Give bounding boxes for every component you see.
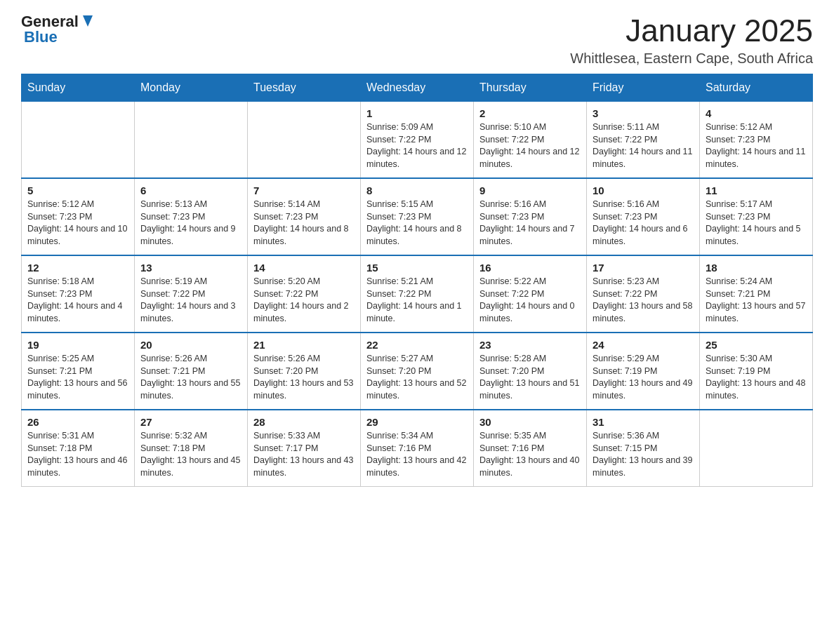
day-info: Sunrise: 5:11 AMSunset: 7:22 PMDaylight:… [593, 121, 694, 170]
day-number: 6 [140, 185, 241, 196]
day-header-row: Sunday Monday Tuesday Wednesday Thursday… [22, 74, 813, 102]
day-number: 10 [593, 185, 694, 196]
logo-general-text: General [21, 14, 79, 29]
table-row: 10Sunrise: 5:16 AMSunset: 7:23 PMDayligh… [587, 178, 700, 255]
table-row: 7Sunrise: 5:14 AMSunset: 7:23 PMDaylight… [248, 178, 361, 255]
day-info: Sunrise: 5:10 AMSunset: 7:22 PMDaylight:… [479, 121, 581, 170]
table-row: 23Sunrise: 5:28 AMSunset: 7:20 PMDayligh… [474, 333, 587, 410]
table-row: 30Sunrise: 5:35 AMSunset: 7:16 PMDayligh… [474, 410, 587, 487]
day-number: 2 [479, 107, 581, 119]
day-info: Sunrise: 5:31 AMSunset: 7:18 PMDaylight:… [27, 430, 128, 479]
day-number: 9 [479, 185, 581, 196]
table-row: 22Sunrise: 5:27 AMSunset: 7:20 PMDayligh… [361, 333, 474, 410]
logo: General Blue [21, 14, 95, 45]
calendar-row-2: 5Sunrise: 5:12 AMSunset: 7:23 PMDaylight… [22, 178, 813, 255]
day-number: 22 [366, 339, 468, 351]
day-number: 3 [593, 107, 694, 119]
calendar-row-4: 19Sunrise: 5:25 AMSunset: 7:21 PMDayligh… [22, 333, 813, 410]
table-row: 24Sunrise: 5:29 AMSunset: 7:19 PMDayligh… [587, 333, 700, 410]
day-number: 25 [706, 339, 807, 351]
day-number: 18 [706, 262, 807, 274]
day-info: Sunrise: 5:24 AMSunset: 7:21 PMDaylight:… [706, 276, 807, 325]
day-info: Sunrise: 5:30 AMSunset: 7:19 PMDaylight:… [706, 353, 807, 402]
day-number: 13 [140, 262, 241, 274]
table-row [22, 102, 135, 179]
day-info: Sunrise: 5:17 AMSunset: 7:23 PMDaylight:… [706, 199, 807, 248]
calendar-row-1: 1Sunrise: 5:09 AMSunset: 7:22 PMDaylight… [22, 102, 813, 179]
table-row: 2Sunrise: 5:10 AMSunset: 7:22 PMDaylight… [474, 102, 587, 179]
day-number: 1 [366, 107, 468, 119]
table-row: 28Sunrise: 5:33 AMSunset: 7:17 PMDayligh… [248, 410, 361, 487]
day-info: Sunrise: 5:26 AMSunset: 7:21 PMDaylight:… [140, 353, 241, 402]
day-info: Sunrise: 5:26 AMSunset: 7:20 PMDaylight:… [253, 353, 355, 402]
day-info: Sunrise: 5:13 AMSunset: 7:23 PMDaylight:… [140, 199, 241, 248]
day-number: 11 [706, 185, 807, 196]
day-info: Sunrise: 5:36 AMSunset: 7:15 PMDaylight:… [593, 430, 694, 479]
day-number: 15 [366, 262, 468, 274]
table-row: 17Sunrise: 5:23 AMSunset: 7:22 PMDayligh… [587, 255, 700, 333]
table-row [135, 102, 248, 179]
day-info: Sunrise: 5:25 AMSunset: 7:21 PMDaylight:… [27, 353, 128, 402]
table-row: 13Sunrise: 5:19 AMSunset: 7:22 PMDayligh… [135, 255, 248, 333]
day-info: Sunrise: 5:29 AMSunset: 7:19 PMDaylight:… [593, 353, 694, 402]
day-number: 8 [366, 185, 468, 196]
day-number: 7 [253, 185, 355, 196]
table-row: 14Sunrise: 5:20 AMSunset: 7:22 PMDayligh… [248, 255, 361, 333]
col-thursday: Thursday [474, 74, 587, 102]
table-row: 25Sunrise: 5:30 AMSunset: 7:19 PMDayligh… [700, 333, 813, 410]
table-row: 9Sunrise: 5:16 AMSunset: 7:23 PMDaylight… [474, 178, 587, 255]
col-friday: Friday [587, 74, 700, 102]
table-row [248, 102, 361, 179]
day-number: 14 [253, 262, 355, 274]
day-info: Sunrise: 5:35 AMSunset: 7:16 PMDaylight:… [479, 430, 581, 479]
day-info: Sunrise: 5:33 AMSunset: 7:17 PMDaylight:… [253, 430, 355, 479]
day-info: Sunrise: 5:23 AMSunset: 7:22 PMDaylight:… [593, 276, 694, 325]
day-number: 30 [479, 416, 581, 428]
day-number: 17 [593, 262, 694, 274]
col-sunday: Sunday [22, 74, 135, 102]
table-row: 8Sunrise: 5:15 AMSunset: 7:23 PMDaylight… [361, 178, 474, 255]
table-row: 5Sunrise: 5:12 AMSunset: 7:23 PMDaylight… [22, 178, 135, 255]
logo-blue-text: Blue [24, 28, 58, 46]
col-tuesday: Tuesday [248, 74, 361, 102]
day-info: Sunrise: 5:16 AMSunset: 7:23 PMDaylight:… [479, 199, 581, 248]
col-saturday: Saturday [700, 74, 813, 102]
table-row: 21Sunrise: 5:26 AMSunset: 7:20 PMDayligh… [248, 333, 361, 410]
day-number: 20 [140, 339, 241, 351]
table-row: 20Sunrise: 5:26 AMSunset: 7:21 PMDayligh… [135, 333, 248, 410]
day-info: Sunrise: 5:12 AMSunset: 7:23 PMDaylight:… [27, 199, 128, 248]
day-number: 28 [253, 416, 355, 428]
col-wednesday: Wednesday [361, 74, 474, 102]
table-row: 19Sunrise: 5:25 AMSunset: 7:21 PMDayligh… [22, 333, 135, 410]
day-info: Sunrise: 5:20 AMSunset: 7:22 PMDaylight:… [253, 276, 355, 325]
logo-icon: General Blue [21, 14, 95, 45]
day-number: 12 [27, 262, 128, 274]
day-number: 27 [140, 416, 241, 428]
title-section: January 2025 Whittlesea, Eastern Cape, S… [570, 14, 813, 67]
day-info: Sunrise: 5:28 AMSunset: 7:20 PMDaylight:… [479, 353, 581, 402]
month-title: January 2025 [570, 14, 813, 48]
day-number: 24 [593, 339, 694, 351]
page-header: General Blue January 2025 Whittlesea, Ea… [21, 14, 813, 67]
day-info: Sunrise: 5:18 AMSunset: 7:23 PMDaylight:… [27, 276, 128, 325]
day-info: Sunrise: 5:27 AMSunset: 7:20 PMDaylight:… [366, 353, 468, 402]
day-info: Sunrise: 5:32 AMSunset: 7:18 PMDaylight:… [140, 430, 241, 479]
table-row: 6Sunrise: 5:13 AMSunset: 7:23 PMDaylight… [135, 178, 248, 255]
day-info: Sunrise: 5:19 AMSunset: 7:22 PMDaylight:… [140, 276, 241, 325]
day-info: Sunrise: 5:16 AMSunset: 7:23 PMDaylight:… [593, 199, 694, 248]
calendar-row-3: 12Sunrise: 5:18 AMSunset: 7:23 PMDayligh… [22, 255, 813, 333]
col-monday: Monday [135, 74, 248, 102]
day-number: 26 [27, 416, 128, 428]
table-row: 12Sunrise: 5:18 AMSunset: 7:23 PMDayligh… [22, 255, 135, 333]
day-number: 23 [479, 339, 581, 351]
day-number: 4 [706, 107, 807, 119]
day-info: Sunrise: 5:34 AMSunset: 7:16 PMDaylight:… [366, 430, 468, 479]
calendar-row-5: 26Sunrise: 5:31 AMSunset: 7:18 PMDayligh… [22, 410, 813, 487]
table-row: 3Sunrise: 5:11 AMSunset: 7:22 PMDaylight… [587, 102, 700, 179]
day-number: 16 [479, 262, 581, 274]
day-info: Sunrise: 5:09 AMSunset: 7:22 PMDaylight:… [366, 121, 468, 170]
table-row: 15Sunrise: 5:21 AMSunset: 7:22 PMDayligh… [361, 255, 474, 333]
day-info: Sunrise: 5:21 AMSunset: 7:22 PMDaylight:… [366, 276, 468, 325]
day-number: 5 [27, 185, 128, 196]
day-info: Sunrise: 5:14 AMSunset: 7:23 PMDaylight:… [253, 199, 355, 248]
